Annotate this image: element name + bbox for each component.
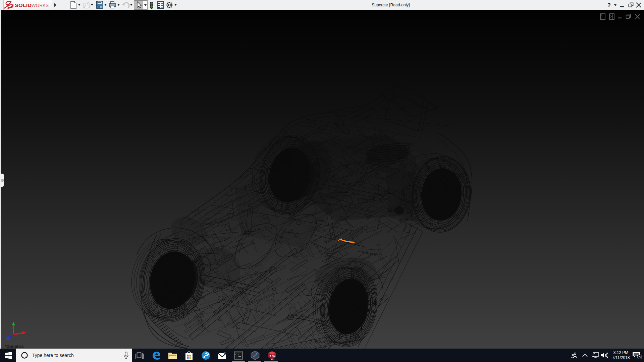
svg-text:WORKS: WORKS [32,2,49,8]
svg-text:SOLID: SOLID [15,2,32,8]
svg-text:2017: 2017 [271,358,276,360]
svg-text:3: 3 [639,355,641,359]
svg-text:W: W [272,355,275,358]
svg-text:S: S [269,355,271,358]
svg-text:C:\: C:\ [235,354,239,356]
